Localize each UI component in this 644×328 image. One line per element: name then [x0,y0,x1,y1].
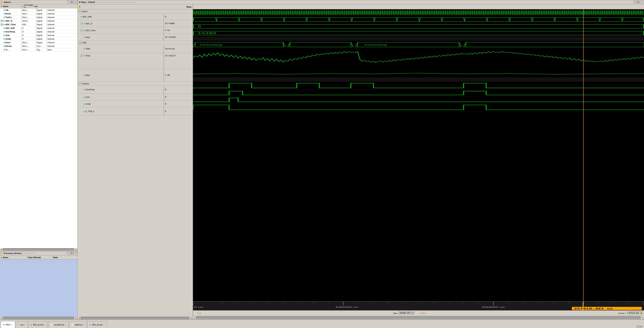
expand-adc-chan[interactable]: + [1,23,3,25]
sig-row-adc-chan[interactable]: + ◆ ADC_Chan 4'h5 [78,27,193,34]
expand-temp-wave[interactable]: + [80,55,82,57]
tab-simu-do[interactable]: 📄 simuBF6.do × [48,321,69,328]
filter-label: Filter [86,74,90,76]
tab-wbf6-close[interactable]: × [84,324,85,326]
fsm-collapse-icon[interactable]: — [79,42,81,44]
sig-scroll-left[interactable]: ◄ [78,317,80,319]
obj-row-adc-d[interactable]: + ◆ ADC_D 16'h3... Signal Internal [0,19,78,23]
tab-bf5-tb-close[interactable]: × [104,324,105,326]
nav-prev[interactable]: ◄ [34,5,36,7]
tab-wave[interactable]: ≋ Wave × [1,321,15,328]
nav-next[interactable]: ► [36,5,38,7]
tab-wbf6-do[interactable]: 📄 wBF6.do × [69,321,87,328]
tab-wave-close[interactable]: × [12,324,13,326]
wave-scroll-left[interactable]: ◄ [193,316,196,319]
obj-row-adc-dav[interactable]: ◆ ADC_DAV 0 Signal Internal [0,26,78,30]
proc-nav-left[interactable]: ◄ [0,317,3,320]
obj-row-overtemp[interactable]: ◆ OverTemp 0 Signal Internal [0,30,78,33]
scroll-left-btn[interactable]: ◄ [0,248,3,251]
objects-title: ◆ Objects ══════════════ [1,1,30,3]
objects-scrollbar[interactable]: ◄ ► [0,248,78,251]
fsm-group-label: FSM [82,42,86,44]
wf-row-temp [193,49,644,65]
tab-simu-close[interactable]: × [65,324,66,326]
sig-scroll-right[interactable]: ► [190,317,193,319]
scroll-right-btn[interactable]: ► [74,248,78,251]
tab-list[interactable]: ⊞ List × [16,321,28,328]
svg-line-27 [486,18,487,21]
sig-row-under-out[interactable]: ◆ Under 0 [78,101,193,107]
inputs-collapse-icon[interactable]: — [79,10,81,12]
wave-float-btn[interactable]: 🗗 [636,1,640,3]
obj-row-adc-chan[interactable]: + ◆ ADC_Chan 4'h5 Signal Internal [0,23,78,26]
expand-adc-d[interactable]: + [1,20,3,22]
wave-scrollbar-h[interactable]: ◄ ► [193,316,644,319]
obj-row-under[interactable]: ◆ Under 0 Signal Internal [0,37,78,41]
obj-row-reset[interactable]: ◆ Reset Not L... Signal Internal [0,12,78,15]
processes-add-btn[interactable]: + [67,252,70,255]
tab-list-close[interactable]: × [24,324,26,326]
processes-float-btn[interactable]: 🗗 [70,252,73,255]
objects-add-btn[interactable]: + [67,1,70,3]
objects-float-btn[interactable]: 🗗 [70,1,73,3]
wave-close-btn[interactable]: × [640,1,643,3]
obj-row-done[interactable]: ◆ Done Not L... Signal Internal [0,41,78,44]
tab-simu-icon: 📄 [50,324,53,326]
sig-row-stor2[interactable]: ◆ S_TOR_2 0 [78,107,193,116]
scroll-track[interactable] [3,248,74,251]
status-icon1: 📁 [194,312,196,314]
obj-row-clk[interactable]: ◆ Clk Not L... Signal Internal [0,8,78,12]
svg-line-7 [261,18,262,21]
tab-bf5-tb[interactable]: ◆ BF5_tb.vhd × [87,321,107,328]
sig-row-seuil[interactable]: ◆ Seuil 32'd15285 [78,34,193,41]
objects-icon: ◆ [1,1,3,3]
objects-close-btn[interactable]: × [74,1,76,3]
tab-nav-left[interactable]: ◄ [636,325,639,328]
under-icon: ◆ [83,103,85,105]
expand-adc-d-wave[interactable]: + [80,22,82,25]
obj-row-over[interactable]: ◆ Over 0 Signal Internal [0,33,78,37]
sig-scroll-track[interactable] [81,317,190,319]
tab-nav-right[interactable]: ► [640,325,642,328]
wave-scroll-right[interactable]: ► [641,316,644,319]
tab-bf5-tb-label: BF5_tb.vhd [92,324,102,326]
tab-bf6-tb[interactable]: ◆ BF6_tb.vhd × [28,321,48,328]
tab-bf6-tb-close[interactable]: × [44,324,46,326]
svg-line-34 [555,18,556,21]
sig-row-adc-dav[interactable]: ◆ ADC_DAV 0 [78,13,193,20]
wave-signals-area[interactable]: 5 15285 [193,9,644,301]
obj-row-ti[interactable]: ◆ Ti... Not L... Sig... Inter... [0,48,78,51]
wf-under-out-svg [193,97,644,103]
status-icon2: 🔧 [197,312,199,314]
col-name-header: ▼ Name [0,5,22,8]
sig-row-overtemp-out[interactable]: ◆ OverTemp 0 [78,86,193,94]
proc-nav-right[interactable]: ► [74,317,78,320]
svg-marker-49 [290,42,351,47]
processes-close-btn[interactable]: × [74,252,76,255]
svg-text:257610.461 us: 257610.461 us [574,308,613,310]
svg-line-14 [329,18,330,21]
svg-line-11 [306,18,307,21]
sig-row-over-out[interactable]: ◆ Over 0 [78,94,193,101]
now-label: Now [393,312,397,314]
expand-adc-chan-wave[interactable]: + [80,29,82,31]
sig-row-temp[interactable]: + ◆ Temp 16'd15277 [78,53,193,69]
wf-row-fsm-group [193,37,644,41]
sig-row-state[interactable]: ◆ State Checking [78,45,193,53]
proc-scrollbar-track[interactable] [3,317,74,319]
wave-add-btn[interactable]: + [633,1,636,3]
svg-line-23 [441,18,442,21]
wf-row-outputs-group [193,78,644,82]
wave-scroll-track[interactable] [196,317,641,319]
sig-row-filter[interactable]: ◆ Filter 3'd0 [78,69,193,82]
outputs-collapse-icon[interactable]: — [79,82,81,85]
sig-row-adc-d[interactable]: + ◆ ADC_D 16'h3BAD [78,20,193,27]
wave-panel: ≋ Wave - Default ═══════════════════════… [78,0,644,319]
obj-row-period[interactable]: ◆ Period Not L... Con... Internal [0,44,78,48]
obj-row-tick1s[interactable]: ◆ Tick1s Not L... Signal Internal [0,15,78,19]
wf-row-adc-chan: 5 [193,23,644,30]
cursor-label: Cursor 1 [618,312,626,314]
svg-text:100000 us: 100000 us [335,306,358,308]
sim-icon: ● [22,5,23,7]
over-icon: ◆ [83,96,85,98]
